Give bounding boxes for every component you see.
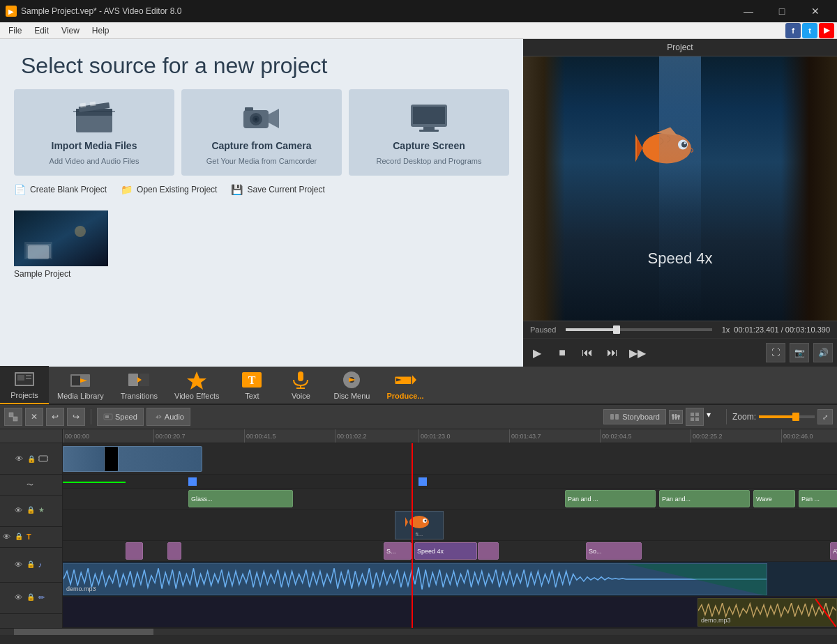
maximize-button[interactable]: □ xyxy=(766,0,798,22)
effect-pan1[interactable]: Pan and ... xyxy=(565,490,656,507)
text-clip-so[interactable]: So... xyxy=(586,542,642,560)
ruler-4: 00:01:23.0 xyxy=(418,429,451,443)
menu-view[interactable]: View xyxy=(56,24,85,37)
toolbar: Projects Media Library Transitions xyxy=(0,367,837,405)
svg-point-64 xyxy=(677,415,680,417)
fullscreen-button[interactable]: ⛶ xyxy=(766,343,785,362)
undo-button[interactable]: ↩ xyxy=(46,408,64,426)
svg-marker-75 xyxy=(405,517,408,527)
separator-2 xyxy=(726,409,727,424)
open-project-action[interactable]: 📁 Open Existing Project xyxy=(121,184,217,195)
effect-pan2[interactable]: Pan and... xyxy=(659,490,750,507)
svg-rect-57 xyxy=(610,414,614,420)
svg-line-56 xyxy=(159,417,161,418)
svg-rect-67 xyxy=(691,417,694,421)
tool-projects[interactable]: Projects xyxy=(0,366,49,404)
delete-button[interactable]: ✕ xyxy=(25,408,43,426)
effect-pan3[interactable]: Pan ... xyxy=(799,490,837,507)
save-project-action[interactable]: 💾 Save Current Project xyxy=(231,184,324,195)
ruler-6: 00:02:04.5 xyxy=(600,429,632,443)
menu-help[interactable]: Help xyxy=(86,24,115,37)
projects-icon xyxy=(13,369,36,389)
audio-mixer-button[interactable] xyxy=(669,410,683,424)
capture-camera-card[interactable]: Capture from Camera Get Your Media from … xyxy=(181,89,342,176)
video-clip-12[interactable] xyxy=(63,446,105,472)
stop-button[interactable]: ■ xyxy=(552,343,572,362)
audio-visibility-btn[interactable]: 👁 xyxy=(15,560,24,570)
text-clip-1[interactable] xyxy=(126,542,143,560)
video-track: D... D... Divi... xyxy=(63,443,837,475)
menu-edit[interactable]: Edit xyxy=(29,24,54,37)
effect-visibility-btn[interactable]: 👁 xyxy=(15,506,24,516)
video-track-controls: 👁 🔒 xyxy=(0,443,62,475)
audio2-lock-btn[interactable]: 🔒 xyxy=(27,593,36,603)
tool-media-library[interactable]: Media Library xyxy=(49,366,112,404)
volume-button[interactable]: 🔊 xyxy=(813,343,833,362)
text-clip-speed4x[interactable]: Speed 4x xyxy=(414,542,477,560)
close-button[interactable]: ✕ xyxy=(799,0,831,22)
volume-track xyxy=(63,475,837,489)
ruler-0: 00:00:00 xyxy=(63,429,89,443)
tool-disc-menu[interactable]: Disc Menu xyxy=(325,366,378,404)
time-scrubber[interactable] xyxy=(566,328,711,331)
track-controls-panel: 👁 🔒 〜 👁 🔒 ★ 👁 🔒 T xyxy=(0,429,63,628)
text-lock-btn[interactable]: 🔒 xyxy=(15,532,24,542)
tool-text[interactable]: T Text xyxy=(227,366,276,404)
redo-button[interactable]: ↪ xyxy=(67,408,85,426)
video-visibility-btn[interactable]: 👁 xyxy=(15,454,24,463)
youtube-icon[interactable]: ▶ xyxy=(819,23,834,38)
snapshot-button[interactable]: 📷 xyxy=(790,343,809,362)
svg-rect-31 xyxy=(26,378,31,379)
effect-wave[interactable]: Wave xyxy=(753,490,795,507)
layout-expand-button[interactable]: ▾ xyxy=(707,410,721,424)
zoom-slider[interactable] xyxy=(759,415,815,418)
tool-produce[interactable]: Produce... xyxy=(378,366,432,404)
layout-button[interactable] xyxy=(686,408,704,426)
capture-camera-title: Capture from Camera xyxy=(211,140,311,151)
select-tool-button[interactable] xyxy=(4,408,22,426)
text-clip-2[interactable] xyxy=(167,542,181,560)
audio2-visibility-btn[interactable]: 👁 xyxy=(15,593,24,603)
twitter-icon[interactable]: t xyxy=(802,23,817,38)
fish-overlay-clip[interactable]: fi... xyxy=(395,511,444,539)
audio-lock-btn[interactable]: 🔒 xyxy=(27,560,36,570)
import-media-card[interactable]: Import Media Files Add Video and Audio F… xyxy=(14,89,174,176)
next-frame-button[interactable]: ⏭ xyxy=(603,343,622,362)
audio-wave-controls: 〜 xyxy=(0,475,62,496)
play-button[interactable]: ▶ xyxy=(527,343,547,362)
minimize-button[interactable]: — xyxy=(732,0,764,22)
storyboard-button[interactable]: Storyboard xyxy=(603,409,666,424)
sample-project-thumb[interactable]: Sample Project xyxy=(14,210,108,279)
open-project-label: Open Existing Project xyxy=(137,185,217,194)
text-clip-s[interactable]: S... xyxy=(384,542,412,560)
menu-file[interactable]: File xyxy=(3,24,27,37)
text-clip-avs[interactable]: AVS Vid... xyxy=(830,542,837,560)
main-audio-clip[interactable]: demo.mp3 xyxy=(63,563,767,595)
capture-screen-card[interactable]: Capture Screen Record Desktop and Progra… xyxy=(349,89,509,176)
prev-frame-button[interactable]: ⏮ xyxy=(578,343,597,362)
audio2-track-controls: 👁 🔒 ✏ xyxy=(0,583,62,614)
text-visibility-btn[interactable]: 👁 xyxy=(3,532,13,542)
voice-label: Voice xyxy=(292,392,310,400)
bottom-scrollbar[interactable] xyxy=(0,628,837,635)
text-clip-3[interactable] xyxy=(478,542,499,560)
tool-video-effects[interactable]: Video Effects xyxy=(166,366,227,404)
timeline-ruler: 00:00:00 00:00:20.7 00:00:41.5 00:01:02.… xyxy=(63,429,837,443)
audio-tool-btn[interactable]: Audio xyxy=(146,408,190,426)
tool-voice[interactable]: Voice xyxy=(276,366,325,404)
audio2-clip[interactable]: demo.mp3 xyxy=(698,598,837,627)
effect-glass[interactable]: Glass... xyxy=(188,490,293,507)
facebook-icon[interactable]: f xyxy=(785,23,801,38)
playhead xyxy=(412,443,413,628)
speed-tool-btn[interactable]: Speed xyxy=(97,408,144,426)
scrubber-thumb xyxy=(613,325,620,334)
projects-label: Projects xyxy=(10,391,38,399)
play-preview-button[interactable]: ▶▶ xyxy=(628,343,647,362)
video-lock-btn[interactable]: 🔒 xyxy=(27,454,36,463)
ruler-3: 00:01:02.2 xyxy=(335,429,367,443)
create-blank-action[interactable]: 📄 Create Blank Project xyxy=(14,184,107,195)
effect-lock-btn[interactable]: 🔒 xyxy=(27,506,36,516)
tool-transitions[interactable]: Transitions xyxy=(112,366,166,404)
fit-timeline-button[interactable]: ⤢ xyxy=(817,409,833,424)
menubar: File Edit View Help f t ▶ xyxy=(0,22,837,39)
